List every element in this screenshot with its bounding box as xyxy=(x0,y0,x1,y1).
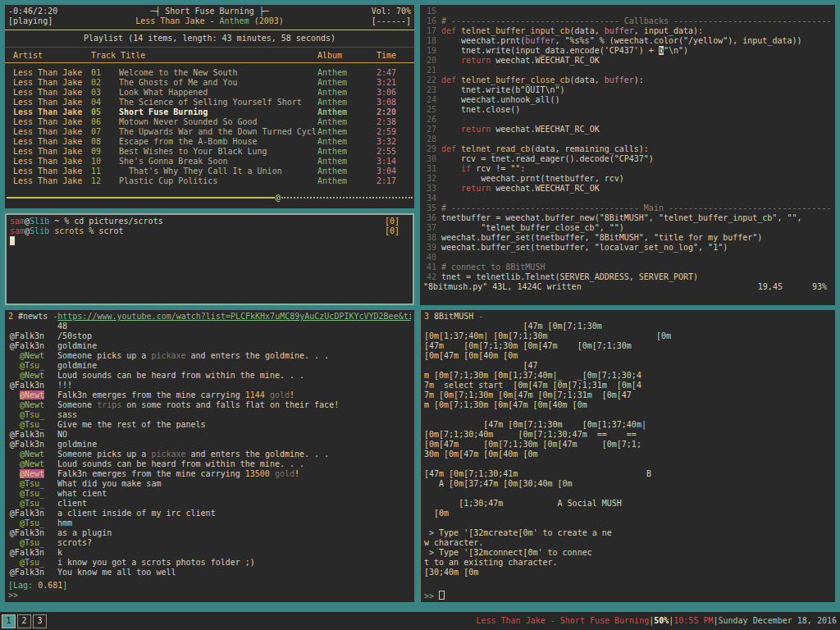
row-album: Anthem xyxy=(317,117,377,127)
chat-line: @Falk3nas a plugin xyxy=(8,528,411,538)
row-time: 2:17 xyxy=(377,176,414,186)
player-state: [playing] xyxy=(8,16,135,26)
chat-nick: @Tsu_ xyxy=(8,420,44,430)
mush-line xyxy=(424,578,832,587)
chat-nick: @Tsu_ xyxy=(8,499,44,509)
text-segment: weechat.buffer_set(tnetbuffer, "localvar… xyxy=(441,243,728,252)
text-segment: i know you got a scrots photos folder ;) xyxy=(57,558,255,567)
chat-line: @Tsu_sass xyxy=(8,410,411,420)
chat-line: 48 xyxy=(8,322,411,331)
line-number: 40 xyxy=(422,253,436,262)
code-line: 34 xyxy=(422,194,832,203)
playlist-row[interactable]: Less Than Jake11 That's Why They Call It… xyxy=(5,167,414,176)
workspace-button-3[interactable]: 3 xyxy=(33,614,47,628)
code-line: 32 weechat.prnt(tnetbuffer, rcv) xyxy=(422,174,832,184)
chat-nick: @Newt xyxy=(8,469,44,479)
playlist-row[interactable]: Less Than Jake01Welcome to the New South… xyxy=(5,68,414,78)
playlist-row[interactable]: Less Than Jake07The Upwards War and the … xyxy=(5,127,414,137)
text-segment: NO xyxy=(57,430,67,439)
playlist-row[interactable]: Less Than Jake02The Ghosts of Me and You… xyxy=(5,78,414,88)
mush-line: [0m[47m [0m[7;1;30m [0m[47m [0m[7;1; xyxy=(424,440,832,450)
playlist-row[interactable]: Less Than Jake05Short Fuse BurningAnthem… xyxy=(5,107,414,117)
playlist-row[interactable]: Less Than Jake04The Science of Selling Y… xyxy=(5,98,414,107)
chat-nick xyxy=(8,322,44,331)
chat-line: @Falk3nk xyxy=(8,548,411,558)
player-elapsed-time: -0:46/2:20 xyxy=(8,7,150,16)
volume-percent: 50% xyxy=(654,616,669,626)
terminal-lines: sam@Slib ~ % cd pictures/scrots[0]sam@Sl… xyxy=(10,217,409,246)
code-line: 29def telnet_read_cb(data, remaining_cal… xyxy=(422,144,832,154)
nick-text: @Falk3n xyxy=(10,381,44,390)
code-line: 17def telnet_buffer_input_cb(data, buffe… xyxy=(422,26,832,36)
chat-nick: @Newt xyxy=(8,390,44,400)
chat-message: i know you got a scrots photos folder ;) xyxy=(57,558,411,568)
chat-line: @NewtFalk3n emerges from the mine carryi… xyxy=(8,469,411,479)
row-album: Anthem xyxy=(317,88,377,98)
playlist-row[interactable]: Less Than Jake08Escape from the A-Bomb H… xyxy=(5,137,414,147)
playlist-row[interactable]: Less Than Jake12Plastic Cup PoliticsAnth… xyxy=(5,176,414,186)
playlist-row[interactable]: Less Than Jake10She's Gonna Break SoonAn… xyxy=(5,157,414,167)
code-line: 16# ---------------------------------- C… xyxy=(422,16,832,26)
text-segment: Give me the rest of the panels xyxy=(57,420,206,429)
line-number: 36 xyxy=(422,213,436,223)
text-segment: tnet.write(b"QUIT\n") xyxy=(441,85,565,94)
playlist-row[interactable]: Less Than Jake03Look What HappenedAnthem… xyxy=(5,88,414,98)
row-track-number: 11 xyxy=(91,167,119,176)
row-track-number: 09 xyxy=(91,147,119,157)
row-artist: Less Than Jake xyxy=(13,88,91,98)
workspace-button-1[interactable]: 1 xyxy=(2,614,16,628)
chat-message: Falk3n emerges from the mine carrying 11… xyxy=(57,390,411,400)
line-number: 18 xyxy=(422,36,436,46)
terminal-pane[interactable]: sam@Slib ~ % cd pictures/scrots[0]sam@Sl… xyxy=(5,213,414,305)
player-now-playing-artist: Less Than Jake - Anthem (2003) xyxy=(135,16,284,26)
text-segment: #newts xyxy=(13,312,52,321)
mush-input-prompt[interactable]: >> xyxy=(424,591,832,600)
chat-nick: @Tsu_ xyxy=(8,410,44,420)
chat-link[interactable]: https://www.youtube.com/watch?list=PLCFk… xyxy=(57,312,411,321)
line-number: 21 xyxy=(422,66,436,75)
mush-buffer-title: 3 8BitMUSH - xyxy=(424,312,832,322)
code-line: 41# connect to 8BitMUSH xyxy=(422,262,832,272)
chat-nick: @Newt xyxy=(8,450,44,459)
row-artist: Less Than Jake xyxy=(13,98,91,107)
chat-line: @NewtLoud sounds can be heard from withi… xyxy=(8,459,411,469)
mush-line xyxy=(424,410,832,420)
text-segment: def xyxy=(441,26,461,35)
mush-line: [0m[7;1;30;40m [0m[7;1;30;47m == == xyxy=(424,430,832,440)
title-decor-right: ├─ xyxy=(254,7,269,16)
row-title: Short Fuse Burning xyxy=(119,107,317,117)
prompt-user: sam xyxy=(10,226,25,235)
chat-line: @Tsu_hmm xyxy=(8,518,411,528)
vim-cursor-position: 19,45 xyxy=(758,282,783,292)
line-number: 25 xyxy=(422,105,436,115)
row-track-number: 08 xyxy=(91,137,119,147)
workspace-button-2[interactable]: 2 xyxy=(17,614,31,628)
playlist-row[interactable]: Less Than Jake09Best Wishes to Your Blac… xyxy=(5,147,414,157)
irc-lag-indicator: [Lag: 0.681] xyxy=(8,581,411,591)
vim-editor-pane[interactable]: 1516# ----------------------------------… xyxy=(420,5,835,305)
terminal-line: sam@Slib scrots % scrot[0] xyxy=(10,226,409,236)
chat-message: goldmine xyxy=(57,361,411,371)
text-segment: Someone picks up a xyxy=(57,450,151,459)
row-artist: Less Than Jake xyxy=(13,157,91,167)
mush-line: 7m [0m[7;1;30m [0m[47m [0m[7;1;31m [0m[4… xyxy=(424,390,832,400)
irc-weechat-pane[interactable]: 2 #newts -https://www.youtube.com/watch?… xyxy=(5,310,414,602)
line-number: 22 xyxy=(422,75,436,85)
terminal-command: sam@Slib scrots % scrot xyxy=(10,226,124,236)
player-volume-label: Vol: 70% xyxy=(269,7,411,16)
irc-input-prompt[interactable]: >> xyxy=(8,591,411,600)
mush-client-pane[interactable]: 3 8BitMUSH - [47m [0m[7;1;30m[0m[1;37;40… xyxy=(420,310,835,602)
terminal-command: sam@Slib ~ % cd pictures/scrots xyxy=(10,217,163,226)
row-track-number: 02 xyxy=(91,78,119,88)
text-segment: goldmine xyxy=(57,440,97,449)
exit-status: [0] xyxy=(385,226,409,236)
text-segment: What did you make sam xyxy=(57,479,161,488)
seek-progress-bar[interactable]: @ xyxy=(7,193,413,203)
mush-line: m [0m[7;1;30m [0m[1;37;40m|_ _[0m[7;1;30… xyxy=(424,371,832,381)
text-segment: hmm xyxy=(57,518,72,527)
code-line: 36tnetbuffer = weechat.buffer_new("8BitM… xyxy=(422,213,832,223)
playlist-row[interactable]: Less Than Jake06Motown Never Sounded So … xyxy=(5,117,414,127)
text-segment: 48 xyxy=(57,322,67,331)
music-player-pane[interactable]: -0:46/2:20 ─┤ Short Fuse Burning ├─ Vol:… xyxy=(5,5,414,208)
text-segment: on some roots and falls flat on their fa… xyxy=(121,400,339,409)
